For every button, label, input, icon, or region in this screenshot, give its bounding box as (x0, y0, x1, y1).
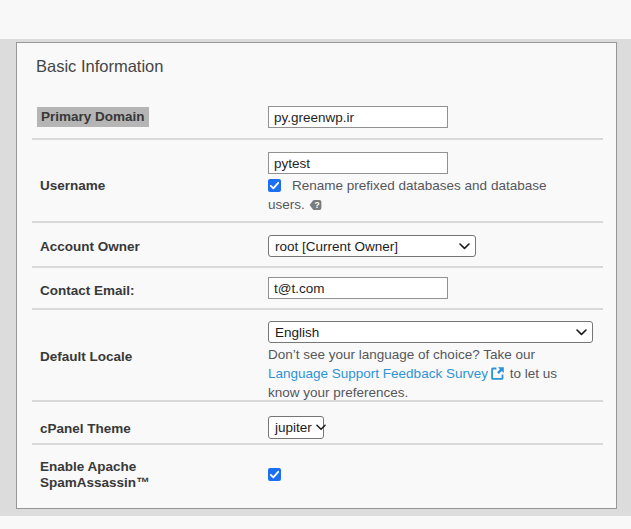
row-divider (32, 400, 603, 402)
language-survey-link[interactable]: Language Support Feedback Survey (268, 366, 506, 381)
language-survey-link-label: Language Support Feedback Survey (268, 366, 488, 381)
chevron-down-icon (316, 424, 326, 431)
help-icon[interactable]: ? (309, 198, 322, 211)
spamassassin-checkbox[interactable] (268, 468, 281, 481)
locale-help-text: Don’t see your language of choice? Take … (268, 345, 590, 402)
row-divider (32, 221, 603, 223)
default-locale-selected-value: English (275, 325, 319, 340)
chevron-down-icon (576, 329, 587, 336)
primary-domain-input[interactable] (268, 106, 448, 128)
spamassassin-label: Enable Apache SpamAssassin™ (40, 459, 190, 491)
row-divider (32, 266, 603, 268)
default-locale-label: Default Locale (40, 349, 132, 365)
locale-help-text-before: Don’t see your language of choice? Take … (268, 347, 535, 362)
username-label: Username (40, 178, 105, 194)
section-title: Basic Information (36, 57, 163, 76)
account-owner-selected-value: root [Current Owner] (275, 239, 398, 254)
rename-databases-checkbox[interactable] (268, 179, 281, 192)
account-owner-label: Account Owner (40, 239, 140, 255)
contact-email-input[interactable] (268, 277, 448, 299)
account-owner-select[interactable]: root [Current Owner] (268, 235, 476, 257)
page: Basic Information Primary Domain Usernam… (0, 0, 631, 529)
cpanel-theme-select[interactable]: jupiter (268, 416, 324, 439)
external-link-icon[interactable] (491, 367, 504, 380)
primary-domain-label: Primary Domain (37, 107, 149, 127)
cpanel-theme-label: cPanel Theme (40, 421, 131, 437)
row-divider (32, 138, 603, 140)
row-divider (32, 443, 603, 445)
basic-information-section: Basic Information Primary Domain Usernam… (16, 42, 617, 509)
username-input[interactable] (268, 152, 448, 174)
cpanel-theme-selected-value: jupiter (275, 420, 312, 435)
svg-text:?: ? (314, 200, 319, 210)
row-divider (32, 308, 603, 310)
default-locale-select[interactable]: English (268, 321, 593, 343)
chevron-down-icon (459, 243, 470, 250)
rename-databases-option: Rename prefixed databases and database u… (268, 176, 570, 214)
contact-email-label: Contact Email: (40, 283, 135, 299)
